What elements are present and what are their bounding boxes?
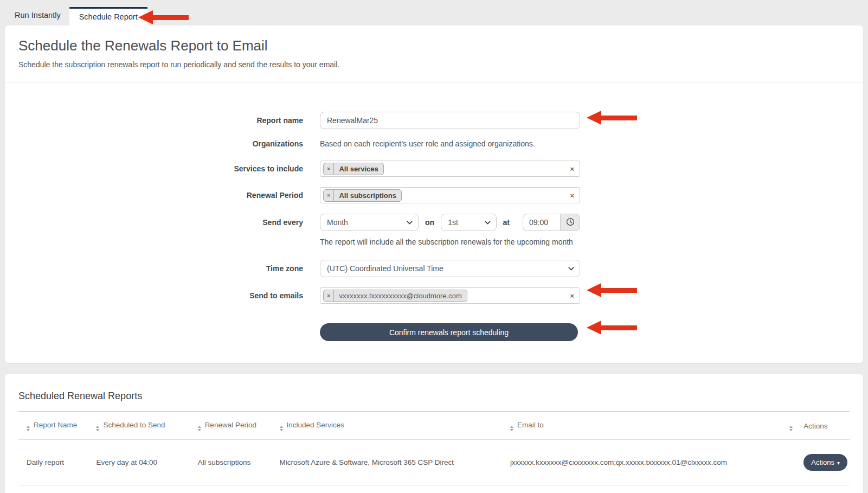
sort-icon xyxy=(789,426,793,431)
caret-down-icon: ▾ xyxy=(837,460,840,466)
page-subtitle: Schedule the subscription renewals repor… xyxy=(18,60,850,69)
table-header-row: Report Name Scheduled to Send Renewal Pe… xyxy=(18,412,850,440)
emails-multiselect[interactable]: × vxxxxxxx.txxxxxxxxxx@cloudmore.com × xyxy=(320,287,580,304)
day-value: 1st xyxy=(448,218,458,227)
services-label: Services to include xyxy=(5,164,303,173)
chevron-down-icon xyxy=(407,221,413,225)
row-actions-button[interactable]: Actions▾ xyxy=(803,454,847,471)
renewal-period-tag-label: All subscriptions xyxy=(334,191,401,200)
col-email-to[interactable]: Email to xyxy=(510,412,790,440)
report-name-label: Report name xyxy=(5,116,303,125)
send-every-label: Send every xyxy=(5,218,303,227)
time-group xyxy=(523,214,580,231)
page-title: Schedule the Renewals Report to Email xyxy=(18,37,850,54)
send-to-emails-row: Send to emails × vxxxxxxx.txxxxxxxxxx@cl… xyxy=(5,287,863,304)
on-label: on xyxy=(425,218,434,227)
renewal-period-multiselect[interactable]: × All subscriptions × xyxy=(320,187,580,203)
cell-included-services: Microsoft Azure & Software, Microsoft 36… xyxy=(280,440,510,485)
frequency-value: Month xyxy=(327,218,348,227)
at-label: at xyxy=(503,218,510,227)
col-actions: Actions xyxy=(803,412,850,440)
time-zone-value: (UTC) Coordinated Universal Time xyxy=(327,264,443,273)
renewal-period-tag: × All subscriptions xyxy=(323,189,402,202)
services-tag-label: All services xyxy=(334,165,383,173)
schedule-form-card: Schedule the Renewals Report to Email Sc… xyxy=(5,25,863,363)
cell-email-to: jxxxxxx.kxxxxxx@cxxxxxxx.com;qx.xxxxx.tx… xyxy=(510,440,790,485)
col-sort-extra[interactable] xyxy=(789,412,803,440)
confirm-row: Confirm renewals report scheduling xyxy=(5,323,863,341)
remove-tag-icon[interactable]: × xyxy=(324,290,334,302)
card-header: Schedule the Renewals Report to Email Sc… xyxy=(5,25,863,82)
scheduled-reports-card: Scheduled Renewal Reports Report Name Sc… xyxy=(5,374,863,493)
cell-scheduled-to-send: Every day at 04:00 xyxy=(96,440,197,485)
tab-schedule-report[interactable]: Schedule Report xyxy=(69,7,147,25)
frequency-select[interactable]: Month xyxy=(320,214,419,231)
tab-bar: Run Instantly Schedule Report xyxy=(0,0,868,25)
tab-run-instantly[interactable]: Run Instantly xyxy=(6,7,69,25)
chevron-down-icon xyxy=(568,267,574,271)
sort-icon xyxy=(27,426,30,431)
col-included-services[interactable]: Included Services xyxy=(280,412,510,440)
cell-renewal-period: All subscriptions xyxy=(198,440,280,485)
table-row: Daily report Every day at 04:00 All subs… xyxy=(18,440,850,485)
services-clear-icon[interactable]: × xyxy=(570,165,574,173)
day-select[interactable]: 1st xyxy=(441,214,496,231)
sort-icon xyxy=(198,426,201,431)
confirm-scheduling-button[interactable]: Confirm renewals report scheduling xyxy=(320,323,578,341)
services-row: Services to include × All services × xyxy=(5,161,863,177)
time-zone-label: Time zone xyxy=(5,264,303,273)
scheduled-reports-table: Report Name Scheduled to Send Renewal Pe… xyxy=(18,411,850,485)
email-tag-label: vxxxxxxx.txxxxxxxxxx@cloudmore.com xyxy=(334,292,466,300)
sort-icon xyxy=(96,426,99,431)
sort-icon xyxy=(510,426,513,431)
renewal-period-clear-icon[interactable]: × xyxy=(570,191,574,200)
services-tag: × All services xyxy=(323,163,384,175)
table-title: Scheduled Renewal Reports xyxy=(18,374,850,411)
time-input[interactable] xyxy=(523,214,560,231)
sort-icon xyxy=(280,426,283,431)
send-every-helper-row: The report will include all the subscrip… xyxy=(5,238,863,246)
services-multiselect[interactable]: × All services × xyxy=(320,161,580,177)
renewal-period-row: Renewal Period × All subscriptions × xyxy=(5,187,863,203)
email-tag: × vxxxxxxx.txxxxxxxxxx@cloudmore.com xyxy=(323,290,467,302)
col-report-name[interactable]: Report Name xyxy=(18,412,96,440)
send-to-emails-label: Send to emails xyxy=(5,291,303,300)
page: Run Instantly Schedule Report Schedule t… xyxy=(0,0,868,493)
renewal-period-label: Renewal Period xyxy=(5,191,303,200)
schedule-form: Report name Organizations Based on each … xyxy=(5,82,863,341)
time-zone-row: Time zone (UTC) Coordinated Universal Ti… xyxy=(5,260,863,277)
chevron-down-icon xyxy=(485,221,491,225)
remove-tag-icon[interactable]: × xyxy=(324,190,334,201)
organizations-label: Organizations xyxy=(5,139,303,148)
col-renewal-period[interactable]: Renewal Period xyxy=(198,412,280,440)
report-name-input[interactable] xyxy=(320,112,580,129)
clock-icon xyxy=(566,217,575,228)
time-zone-select[interactable]: (UTC) Coordinated Universal Time xyxy=(320,260,580,277)
col-scheduled-to-send[interactable]: Scheduled to Send xyxy=(96,412,197,440)
time-picker-button[interactable] xyxy=(560,214,580,231)
send-every-helper: The report will include all the subscrip… xyxy=(320,238,573,246)
organizations-row: Organizations Based on each recipient’s … xyxy=(5,139,863,148)
remove-tag-icon[interactable]: × xyxy=(324,163,334,175)
send-every-row: Send every Month on 1st xyxy=(5,214,863,231)
emails-clear-icon[interactable]: × xyxy=(570,292,574,300)
organizations-note: Based on each recipient’s user role and … xyxy=(320,139,535,148)
cell-report-name: Daily report xyxy=(18,440,96,485)
report-name-row: Report name xyxy=(5,112,863,129)
